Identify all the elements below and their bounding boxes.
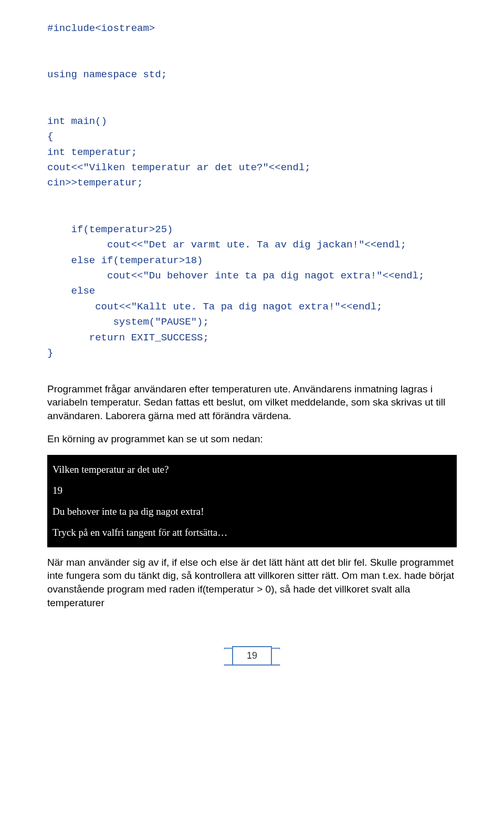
page-number-ribbon: 19 [232,646,272,666]
page-footer: 19 [47,646,457,666]
paragraph-2: En körning av programmet kan se ut som n… [47,432,457,446]
console-output: Vilken temperatur ar det ute? 19 Du beho… [47,455,457,547]
code-block: #include<iostream> using namespace std; … [47,21,457,361]
document-page: #include<iostream> using namespace std; … [0,0,504,681]
paragraph-1: Programmet frågar användaren efter tempe… [47,382,457,423]
paragraph-3: När man använder sig av if, if else och … [47,556,457,610]
page-number: 19 [232,646,272,666]
